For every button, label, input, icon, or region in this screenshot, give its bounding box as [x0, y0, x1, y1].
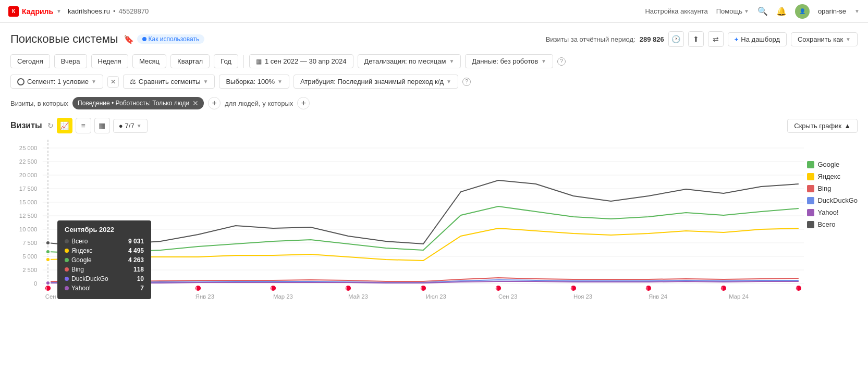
save-chevron-icon: ▼ [846, 36, 851, 42]
legend-item[interactable]: Bing [807, 184, 858, 192]
legend-color-swatch [807, 209, 814, 216]
legend-item[interactable]: Яндекс [807, 172, 858, 180]
attribution-btn[interactable]: Атрибуция: Последний значимый переход к/… [294, 75, 458, 89]
filter-tag[interactable]: Поведение • Роботность: Только люди ✕ [72, 97, 204, 109]
help-link[interactable]: Помощь ▼ [716, 7, 749, 15]
count-icon: ● [119, 122, 123, 130]
filter-year-btn[interactable]: Год [214, 54, 238, 68]
filter-bar: Сегодня Вчера Неделя Месяц Квартал Год ▦… [10, 54, 858, 68]
compare-chevron-icon: ▼ [203, 79, 209, 84]
svg-text:10 000: 10 000 [19, 226, 38, 232]
segment-info-icon[interactable]: ? [462, 78, 471, 86]
visits-controls: ↻ 📈 ≡ ▦ ● 7/7 ▼ [47, 118, 148, 133]
filter-month-btn[interactable]: Месяц [132, 54, 166, 68]
svg-text:5 000: 5 000 [22, 253, 37, 260]
bar-chart-icon-btn[interactable]: ▦ [94, 118, 110, 133]
logo[interactable]: К Кадриль ▼ [8, 6, 62, 17]
legend-item[interactable]: Всего [807, 220, 858, 228]
info-dot [142, 37, 146, 41]
save-as-label: Сохранить как [798, 35, 843, 43]
svg-text:Янв 24: Янв 24 [649, 293, 667, 300]
filter-info-icon[interactable]: ? [557, 57, 566, 66]
export-icon-btn[interactable]: ⬆ [688, 31, 704, 47]
header: К Кадриль ▼ kadrilshoes.ru • 45528870 На… [0, 0, 868, 23]
segment-icon [17, 78, 25, 85]
filter-tag-text: Поведение • Роботность: Только люди [78, 100, 189, 107]
filter-yesterday-btn[interactable]: Вчера [54, 54, 87, 68]
refresh-icon[interactable]: ↻ [47, 121, 54, 130]
area-chart-icon-btn[interactable]: ≡ [76, 118, 91, 133]
save-as-btn[interactable]: Сохранить как ▼ [791, 32, 858, 46]
how-to-use-label: Как использовать [149, 35, 200, 43]
svg-point-34 [46, 250, 50, 254]
legend-color-swatch [807, 221, 814, 228]
count-label: 7/7 [125, 122, 135, 130]
svg-text:Н: Н [569, 286, 572, 291]
svg-text:Май 23: Май 23 [348, 293, 368, 300]
segment-label: Сегмент: 1 условие [27, 78, 89, 85]
add-filter-btn[interactable]: + [208, 97, 221, 109]
sample-btn[interactable]: Выборка: 100% ▼ [219, 75, 289, 89]
compare-icon-btn[interactable]: ⇄ [708, 31, 724, 47]
legend-color-swatch [807, 161, 814, 168]
hide-chart-btn[interactable]: Скрыть график ▲ [787, 119, 858, 133]
avatar[interactable]: 👤 [795, 4, 810, 19]
visits-header: Визиты ↻ 📈 ≡ ▦ ● 7/7 ▼ Скрыть график ▲ [10, 118, 858, 133]
svg-text:0: 0 [34, 280, 37, 287]
filter-middle-label: для людей, у которых [225, 100, 293, 107]
legend-item[interactable]: Google [807, 161, 858, 168]
filter-quarter-btn[interactable]: Квартал [170, 54, 210, 68]
svg-text:Мар 24: Мар 24 [729, 293, 749, 300]
svg-text:Н: Н [794, 286, 798, 291]
search-icon[interactable]: 🔍 [757, 6, 768, 17]
date-range-btn[interactable]: ▦ 1 сен 2022 — 30 апр 2024 [249, 54, 353, 68]
site-link[interactable]: kadrilshoes.ru [68, 7, 110, 15]
compare-icon: ⚖ [130, 78, 136, 85]
add-filter-btn-2[interactable]: + [297, 97, 310, 109]
clock-icon-btn[interactable]: 🕐 [668, 31, 684, 47]
data-chevron-icon: ▼ [541, 58, 546, 64]
filter-today-btn[interactable]: Сегодня [10, 54, 50, 68]
legend-label: Яндекс [817, 172, 840, 180]
logo-chevron[interactable]: ▼ [56, 8, 62, 14]
legend-item[interactable]: Yahoo! [807, 208, 858, 216]
legend-color-swatch [807, 173, 814, 180]
how-to-use-badge[interactable]: Как использовать [137, 34, 205, 44]
visits-title: Визиты [10, 121, 42, 130]
count-btn[interactable]: ● 7/7 ▼ [113, 119, 148, 133]
visits-count: 289 826 [640, 35, 664, 43]
detail-chevron-icon: ▼ [449, 58, 454, 64]
svg-text:Н: Н [193, 286, 197, 291]
date-range-label: 1 сен 2022 — 30 апр 2024 [265, 57, 347, 65]
data-dropdown-btn[interactable]: Данные: без роботов ▼ [465, 54, 553, 68]
username[interactable]: oparin-se [818, 7, 846, 15]
svg-point-35 [46, 257, 50, 262]
legend-label: Google [817, 161, 839, 168]
detail-dropdown-btn[interactable]: Детализация: по месяцам ▼ [358, 54, 461, 68]
settings-link[interactable]: Настройка аккаунта [645, 7, 707, 15]
svg-text:Н: Н [719, 286, 723, 291]
filter-sep [243, 55, 244, 68]
legend-item[interactable]: DuckDuckGo [807, 196, 858, 204]
filter-tag-prefix: Визиты, в которых [10, 100, 68, 107]
compare-segments-btn[interactable]: ⚖ Сравнить сегменты ▼ [123, 75, 215, 89]
filter-tag-close-icon[interactable]: ✕ [192, 99, 199, 107]
svg-text:Н: Н [419, 286, 422, 291]
bookmark-icon[interactable]: 🔖 [124, 34, 134, 44]
legend-label: DuckDuckGo [817, 196, 858, 204]
bell-icon[interactable]: 🔔 [776, 6, 787, 17]
svg-text:20 000: 20 000 [19, 172, 38, 178]
user-chevron-icon[interactable]: ▼ [854, 8, 860, 14]
add-to-dashboard-btn[interactable]: + На дашборд [728, 32, 787, 46]
hide-chart-label: Скрыть график [794, 122, 841, 130]
compare-label: Сравнить сегменты [139, 78, 201, 85]
svg-text:Н: Н [644, 286, 647, 291]
segment-close-btn[interactable]: ✕ [107, 76, 119, 88]
svg-text:Н: Н [494, 286, 497, 291]
add-to-dashboard-label: На дашборд [741, 35, 780, 43]
filter-week-btn[interactable]: Неделя [91, 54, 128, 68]
svg-text:Июл 23: Июл 23 [426, 293, 446, 300]
line-chart-icon-btn[interactable]: 📈 [57, 118, 72, 133]
svg-text:7 500: 7 500 [22, 240, 37, 246]
segment-btn[interactable]: Сегмент: 1 условие ▼ [10, 75, 103, 89]
